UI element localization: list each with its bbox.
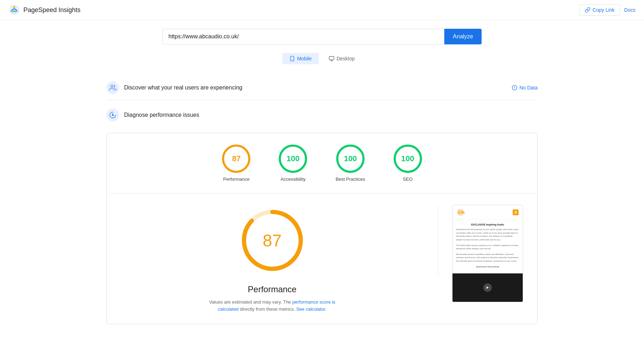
real-users-icon-container bbox=[106, 81, 119, 94]
phone-content: EXCLUSIVE Inspiring Audio Experience the… bbox=[453, 220, 523, 273]
diagnose-title: Diagnose performance issues bbox=[124, 112, 199, 118]
perf-note-middle: directly from these metrics. bbox=[240, 306, 295, 312]
score-circle-accessibility: 100 bbox=[279, 145, 307, 173]
pagespeed-logo-icon bbox=[9, 4, 20, 16]
performance-section-title: Performance bbox=[248, 284, 296, 294]
phone-para3: We proudly present crystalline clarity a… bbox=[456, 253, 519, 263]
score-item-seo: 100 SEO bbox=[394, 145, 422, 182]
diagnose-icon-container bbox=[106, 109, 119, 121]
score-value-performance: 87 bbox=[232, 154, 240, 163]
mobile-icon bbox=[289, 56, 295, 61]
header-right: Copy Link Docs bbox=[579, 4, 635, 16]
svg-point-7 bbox=[111, 85, 113, 88]
mobile-tab-label: Mobile bbox=[297, 56, 312, 61]
gauge-icon bbox=[109, 111, 116, 119]
header: PageSpeed Insights Copy Link Docs bbox=[0, 0, 644, 20]
tab-mobile[interactable]: Mobile bbox=[282, 53, 319, 64]
no-data-label: No Data bbox=[520, 85, 538, 91]
analyze-button[interactable]: Analyze bbox=[444, 29, 482, 44]
score-label-seo: SEO bbox=[403, 176, 412, 182]
score-value-seo: 100 bbox=[401, 154, 414, 163]
play-icon bbox=[486, 286, 489, 289]
url-form: Analyze bbox=[162, 29, 482, 44]
performance-note: Values are estimated and may vary. The p… bbox=[201, 299, 343, 312]
svg-point-1 bbox=[13, 6, 15, 8]
real-users-left: Discover what your real users are experi… bbox=[106, 81, 242, 94]
header-left: PageSpeed Insights bbox=[9, 4, 80, 16]
score-value-accessibility: 100 bbox=[287, 154, 300, 163]
desktop-icon bbox=[329, 56, 334, 61]
score-value-best-practices: 100 bbox=[344, 154, 357, 163]
phone-logo-icon: EWA bbox=[456, 208, 465, 217]
docs-button[interactable]: Docs bbox=[624, 7, 635, 13]
svg-point-11 bbox=[112, 114, 113, 115]
scores-row: 87 Performance 100 Accessibility 100 Bes… bbox=[107, 133, 537, 194]
perf-note-prefix: Values are estimated and may vary. The bbox=[209, 299, 291, 305]
svg-marker-20 bbox=[487, 286, 489, 289]
perf-calculator-link[interactable]: See calculator. bbox=[296, 306, 326, 312]
score-item-accessibility: 100 Accessibility bbox=[279, 145, 307, 182]
score-circle-performance: 87 bbox=[222, 145, 250, 173]
no-data-indicator: No Data bbox=[512, 85, 538, 91]
phone-para1: Experience the full potential of your au… bbox=[456, 228, 519, 241]
score-label-performance: Performance bbox=[223, 176, 249, 182]
score-label-accessibility: Accessibility bbox=[281, 176, 306, 182]
performance-gauge: 87 bbox=[237, 205, 308, 276]
performance-detail: 87 Performance Values are estimated and … bbox=[107, 194, 537, 324]
phone-experience-label: Experience Everything bbox=[456, 265, 519, 269]
svg-rect-2 bbox=[290, 56, 294, 61]
url-input[interactable] bbox=[162, 29, 444, 44]
svg-rect-4 bbox=[329, 56, 334, 60]
main-content: Analyze Mobile Desktop bbox=[95, 20, 549, 333]
phone-play-button bbox=[483, 283, 492, 292]
phone-black-section bbox=[453, 273, 523, 302]
score-label-best-practices: Best Practices bbox=[335, 176, 365, 182]
phone-site-name: EXCLUSIVE Inspiring Audio bbox=[456, 223, 519, 227]
real-users-section: Discover what your real users are experi… bbox=[106, 76, 538, 100]
scores-card: 87 Performance 100 Accessibility 100 Bes… bbox=[106, 133, 538, 324]
score-item-performance: 87 Performance bbox=[222, 145, 250, 182]
score-circle-best-practices: 100 bbox=[336, 145, 365, 173]
diagnose-left: Diagnose performance issues bbox=[106, 109, 199, 121]
phone-top-bar: EWA bbox=[453, 205, 523, 220]
score-circle-seo: 100 bbox=[394, 145, 422, 173]
info-icon bbox=[512, 85, 517, 91]
copy-link-label: Copy Link bbox=[593, 7, 615, 13]
phone-mockup: EWA EXCLUSIVE Inspiring Audio Experience… bbox=[452, 205, 523, 302]
url-section: Analyze bbox=[106, 29, 538, 44]
device-tabs: Mobile Desktop bbox=[106, 53, 538, 64]
copy-link-button[interactable]: Copy Link bbox=[579, 4, 620, 16]
score-item-best-practices: 100 Best Practices bbox=[335, 145, 365, 182]
performance-big-score: 87 bbox=[263, 231, 282, 250]
phone-para2: The EWA cable system stands as our confi… bbox=[456, 244, 519, 251]
users-icon bbox=[109, 84, 116, 91]
link-icon bbox=[585, 7, 590, 13]
real-users-title: Discover what your real users are experi… bbox=[124, 85, 242, 91]
performance-left: 87 Performance Values are estimated and … bbox=[121, 205, 423, 312]
detail-divider bbox=[438, 205, 438, 276]
phone-menu-icon bbox=[512, 209, 519, 216]
svg-text:EWA: EWA bbox=[458, 211, 465, 214]
diagnose-section: Diagnose performance issues bbox=[106, 103, 538, 127]
app-title: PageSpeed Insights bbox=[23, 6, 80, 14]
desktop-tab-label: Desktop bbox=[337, 56, 355, 61]
tab-desktop[interactable]: Desktop bbox=[322, 53, 362, 64]
